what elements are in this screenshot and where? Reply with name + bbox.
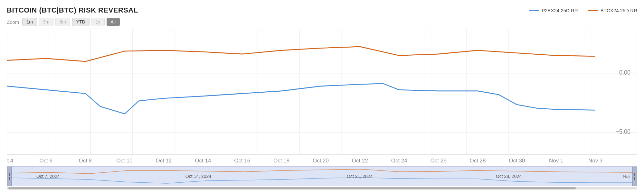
zoom-btn-ytd[interactable]: YTD [72, 18, 90, 26]
navigator[interactable]: Oct 7, 2024 Oct 14, 2024 Oct 21, 2024 Oc… [7, 166, 637, 186]
x-axis-svg: Oct 4 Oct 6 Oct 8 Oct 10 Oct 12 Oct 14 O… [7, 156, 637, 164]
scrollbar-thumb[interactable] [8, 187, 576, 189]
nav-orange-line [12, 169, 632, 174]
zoom-btn-6m[interactable]: 6m [55, 18, 70, 26]
zoom-label: Zoom [7, 19, 19, 25]
nav-label-2: Oct 14, 2024 [185, 174, 211, 179]
legend-line-1 [529, 10, 539, 11]
zoom-btn-all[interactable]: All [107, 18, 120, 26]
nav-label-4: Oct 28, 2024 [496, 174, 522, 179]
legend-item-1: P2EX24 25D RR [529, 8, 578, 13]
navigator-chart [12, 167, 632, 186]
svg-text:Oct 16: Oct 16 [234, 158, 250, 164]
svg-text:Oct 20: Oct 20 [313, 158, 329, 164]
handle-lines-left [9, 173, 10, 180]
legend-item-2: BTCX24 25D RR [588, 8, 637, 13]
zoom-row: Zoom 1m 3m 6m YTD 1y All [7, 18, 637, 26]
nav-label-1: Oct 7, 2024 [36, 174, 60, 179]
legend: P2EX24 25D RR BTCX24 25D RR [529, 8, 637, 13]
blue-line [7, 84, 595, 114]
main-container: BITCOIN (BTC|BTC) RISK REVERSAL P2EX24 2… [0, 0, 644, 193]
svg-text:Nov 1: Nov 1 [549, 158, 563, 164]
svg-text:Oct 28: Oct 28 [469, 158, 486, 164]
svg-text:Oct 22: Oct 22 [352, 158, 368, 164]
x-axis: Oct 4 Oct 6 Oct 8 Oct 10 Oct 12 Oct 14 O… [7, 156, 637, 164]
zoom-btn-1y[interactable]: 1y [91, 18, 105, 26]
svg-text:Oct 24: Oct 24 [391, 158, 407, 164]
svg-text:Oct 6: Oct 6 [40, 158, 53, 164]
svg-text:Oct 4: Oct 4 [7, 158, 13, 164]
nav-label-3: Oct 21, 2024 [347, 174, 373, 179]
svg-text:Oct 26: Oct 26 [431, 158, 447, 164]
nav-blue-line [12, 178, 632, 183]
legend-label-1: P2EX24 25D RR [542, 8, 578, 13]
zoom-btn-3m[interactable]: 3m [39, 18, 53, 26]
scrollbar-track[interactable] [7, 187, 637, 189]
chart-svg: 0.00 −5.00 [7, 29, 637, 154]
svg-text:Oct 8: Oct 8 [79, 158, 92, 164]
chart-area: 0.00 −5.00 [7, 29, 637, 155]
navigator-left-handle[interactable] [7, 167, 12, 186]
svg-text:Oct 14: Oct 14 [195, 158, 211, 164]
svg-text:−5.00: −5.00 [616, 128, 630, 135]
svg-text:Oct 10: Oct 10 [117, 158, 133, 164]
svg-text:Oct 18: Oct 18 [273, 158, 289, 164]
navigator-inner: Oct 7, 2024 Oct 14, 2024 Oct 21, 2024 Oc… [12, 167, 632, 186]
svg-text:0.00: 0.00 [619, 69, 630, 76]
nav-right-label: Nov ... [623, 174, 637, 179]
svg-text:Oct 30: Oct 30 [509, 158, 525, 164]
legend-line-2 [588, 10, 598, 11]
svg-text:Oct 12: Oct 12 [156, 158, 172, 164]
page-title: BITCOIN (BTC|BTC) RISK REVERSAL [7, 6, 138, 14]
legend-label-2: BTCX24 25D RR [601, 8, 637, 13]
svg-text:Nov 3: Nov 3 [588, 158, 602, 164]
orange-line [7, 47, 595, 61]
zoom-btn-1m[interactable]: 1m [22, 18, 37, 26]
header-row: BITCOIN (BTC|BTC) RISK REVERSAL P2EX24 2… [7, 6, 637, 14]
